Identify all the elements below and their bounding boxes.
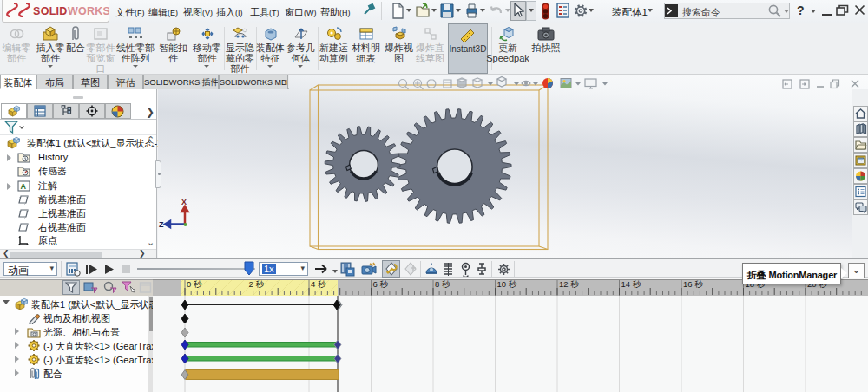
svg-text:0 秒: 0 秒	[187, 279, 202, 289]
svg-text:Z: Z	[159, 220, 164, 229]
svg-text:WORKS: WORKS	[68, 5, 109, 17]
svg-text:4 秒: 4 秒	[311, 279, 326, 289]
svg-text:SOLID: SOLID	[33, 5, 68, 17]
svg-text:2 秒: 2 秒	[249, 279, 265, 289]
svg-text:10 秒: 10 秒	[497, 279, 517, 289]
svg-text:A: A	[21, 182, 27, 191]
svg-text:X: X	[181, 198, 187, 206]
svg-text:8 秒: 8 秒	[435, 279, 450, 289]
svg-text:12 秒: 12 秒	[559, 279, 579, 289]
svg-text:14 秒: 14 秒	[621, 279, 641, 289]
svg-text:16 秒: 16 秒	[683, 279, 703, 289]
svg-text:6 秒: 6 秒	[373, 279, 389, 289]
